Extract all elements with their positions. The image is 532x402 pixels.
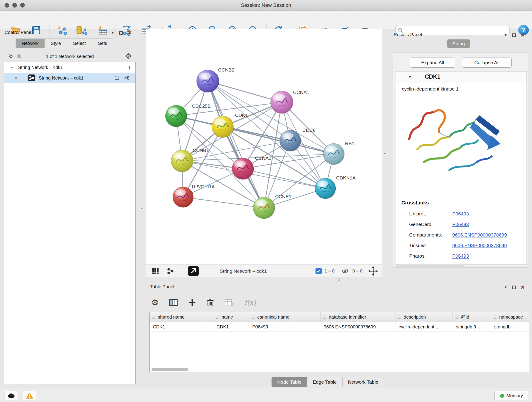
tab-select[interactable]: Select [67,38,92,48]
node-label-hist1h1a: HIST1H1A [192,184,215,189]
column-sort-icon [398,316,402,319]
collapse-all-button[interactable]: Collapse All [462,57,512,68]
add-column-plus-icon[interactable] [188,299,196,306]
table-horizontal-scrollbar [151,368,528,371]
results-panel-float-icon[interactable] [512,33,516,37]
collection-label: String Network – cdk1 [18,62,63,73]
right-splitter-handle[interactable] [383,151,387,156]
table-cell[interactable]: cyclin–dependent ... [395,322,453,332]
gene-expander-icon[interactable]: ▼ [408,75,412,79]
crosslink-value-link[interactable]: 9606.ENSP00000378699 [452,230,507,240]
crosslink-row: Pharos:P06493 [395,251,526,261]
crosslink-value-link[interactable]: 9606.ENSP00000378699 [452,240,507,251]
table-cell[interactable]: 9606.ENSP00000378699 [321,322,395,332]
node-gloss [282,133,293,139]
network-icon [28,75,35,81]
network-edge[interactable] [208,81,264,208]
protein-structure-image [404,101,502,179]
memory-button[interactable]: Memory [494,391,529,400]
tab-node-table[interactable]: Node Table [272,377,307,387]
control-panel-tabs: Network Style Select Sets [16,38,113,48]
collection-expander-icon[interactable]: ▼ [10,62,13,73]
table-cell[interactable]: P06493 [249,322,321,332]
table-options-gear-icon[interactable]: ⚙ [151,298,158,307]
network-collection-row[interactable]: ▼ String Network – cdk1 1 [4,62,135,73]
tab-style[interactable]: Style [45,38,67,48]
node-label-ccna2: CCNA2 [255,155,271,161]
control-panel-close-icon[interactable]: × [128,31,132,35]
results-scrollbar[interactable] [396,265,464,267]
scrollbar-thumb[interactable] [152,368,188,371]
hidden-eye-slash-icon[interactable] [341,268,349,274]
column-sort-icon [216,316,220,319]
results-panel-close-icon[interactable]: × [521,33,525,37]
crosslink-value-link[interactable]: P06493 [452,219,469,230]
import-network-from-file-button[interactable] [56,24,69,37]
import-table-from-file-button[interactable] [96,24,109,37]
pan-crosshair-icon[interactable] [368,266,378,276]
column-header-shared-name[interactable]: shared name [150,313,213,322]
network-edge[interactable] [208,81,282,102]
tab-edge-table[interactable]: Edge Table [307,377,342,387]
table-cell[interactable]: CDK1 [150,322,213,332]
show-columns-icon[interactable] [169,299,178,306]
network-edge[interactable] [183,197,264,208]
memory-label: Memory [506,393,523,398]
warnings-button[interactable] [23,391,36,400]
table-cell[interactable]: stringdb [491,322,529,332]
table-panel-float-icon[interactable] [512,286,516,289]
table-panel-close-icon[interactable]: × [521,285,525,289]
network-canvas[interactable]: CCNB2CCNA1CDC25BCDK1CDC6RB1CCNB1CCNA2CDK… [146,29,382,264]
tab-network[interactable]: Network [16,38,45,48]
node-label-ccna1: CCNA1 [293,89,309,95]
left-splitter-handle[interactable] [140,206,144,211]
toolbar-separator [49,23,50,37]
network-edge[interactable] [223,127,334,154]
crosslink-value-link[interactable]: P06493 [452,251,469,261]
expand-all-button[interactable]: Expand All [410,57,455,68]
network-row-selected[interactable]: String Network – cdk1 11 48 [4,73,135,83]
column-header-database-identifier[interactable]: database identifier [321,313,395,322]
node-gloss [325,146,337,153]
cloud-icon [7,393,15,398]
tab-string[interactable]: String [447,39,470,48]
column-header--id[interactable]: @id [453,313,491,322]
network-options-gear-icon[interactable]: ⚙ [125,52,132,61]
application-window: Session: New Session [0,0,532,402]
cloud-button[interactable] [5,391,18,400]
crosslink-value-link[interactable]: P06493 [452,209,469,219]
gene-section-header[interactable]: ▼ CDK1 [395,71,526,83]
birds-eye-grid-icon[interactable] [152,268,159,275]
table-tabs: Node Table Edge Table Network Table [272,377,384,387]
control-panel-float-icon[interactable] [119,31,123,35]
table-cell[interactable]: CDK1 [213,322,249,332]
table-cell[interactable]: stringdb:9... [453,322,491,332]
results-panel-collapse-icon[interactable]: ▼ [504,33,507,37]
import-table-from-file-icon [97,25,108,36]
control-panel-collapse-icon[interactable]: ▼ [111,31,114,35]
column-header-canonical-name[interactable]: canonical name [249,313,321,322]
column-sort-icon [152,316,156,319]
bottom-splitter-handle[interactable] [336,278,342,282]
table-row[interactable]: CDK1CDK1P064939606.ENSP00000378699cyclin… [150,322,529,332]
delete-table-icon-disabled [225,299,234,306]
open-in-new-window-button[interactable] [188,266,199,276]
selected-nodes-checkbox-icon[interactable] [316,268,322,274]
delete-column-trash-icon[interactable] [207,298,214,307]
tab-network-table[interactable]: Network Table [342,377,384,387]
current-network-bullet [15,77,17,79]
string-results-box: Expand All Collapse All ▼ CDK1 cyclin–de… [393,52,529,268]
node-gloss [173,153,186,159]
network-graph: CCNB2CCNA1CDC25BCDK1CDC6RB1CCNB1CCNA2CDK… [146,29,382,264]
gene-name: CDK1 [425,73,440,80]
table-panel-collapse-icon[interactable]: ▼ [504,285,507,289]
column-header-namespace[interactable]: namespace [491,313,529,322]
column-header-name[interactable]: name [213,313,249,322]
tab-sets[interactable]: Sets [92,38,113,48]
network-glyph-icon[interactable] [167,268,174,275]
control-panel-title: Control Panel [5,30,32,35]
import-network-from-database-button[interactable] [75,24,88,37]
network-node-count: 11 [114,73,119,83]
column-header-description[interactable]: description [395,313,453,322]
function-builder-icon-disabled: f(x) [244,299,256,307]
